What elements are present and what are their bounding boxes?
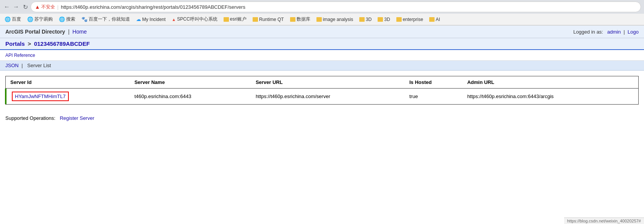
bookmark-suning[interactable]: 🌐 苏宁易购 <box>26 15 54 23</box>
back-button[interactable]: ← <box>3 3 11 11</box>
bookmark-label: 百度一下，你就知道 <box>89 16 130 23</box>
browser-chrome: ← → ↻ ▲ 不安全 | https://t460p.esrichina.co… <box>0 0 644 26</box>
server-list-label: Server List <box>27 63 51 68</box>
admin-url-cell: https://t460p.esrichina.com:6443/arcgis <box>462 89 638 105</box>
bookmark-label: 3D <box>366 17 371 22</box>
bookmark-label: Runtime QT <box>259 17 284 22</box>
folder-icon <box>253 17 258 22</box>
folder-icon <box>316 17 322 22</box>
logged-in-label: Logged in as: <box>573 29 603 35</box>
portals-link[interactable]: Portals <box>5 40 25 47</box>
url-separator: | <box>57 4 58 10</box>
bookmark-label: image analysis <box>323 17 353 22</box>
json-link[interactable]: JSON <box>5 63 19 68</box>
globe-icon: 🌐 <box>59 16 65 22</box>
breadcrumb: Portals > 0123456789ABCDEF <box>0 38 644 50</box>
row-indicator <box>5 89 6 104</box>
bookmark-enterprise[interactable]: enterprise <box>395 16 425 23</box>
table-body: HYamJwNFTMHimTL7 t460p.esrichina.com:644… <box>6 89 639 105</box>
reload-button[interactable]: ↻ <box>21 3 29 11</box>
forward-button[interactable]: → <box>12 3 20 11</box>
col-is-hosted: Is Hosted <box>405 76 462 89</box>
table-area: Server Id Server Name Server URL Is Host… <box>0 71 644 110</box>
table-row: HYamJwNFTMHimTL7 t460p.esrichina.com:644… <box>6 89 639 105</box>
col-server-name: Server Name <box>130 76 251 89</box>
page-header-right: Logged in as: admin | Logo <box>573 29 639 35</box>
folder-icon <box>359 17 365 22</box>
col-server-id: Server Id <box>6 76 130 89</box>
bookmark-ai[interactable]: AI <box>428 16 441 23</box>
bookmark-3d[interactable]: 3D <box>376 16 391 23</box>
bookmark-search[interactable]: 🌐 搜索 <box>57 15 77 23</box>
paw-icon: 🐾 <box>81 16 88 22</box>
page-content: ArcGIS Portal Directory | Home Logged in… <box>0 26 644 126</box>
address-url: https://t460p.esrichina.com/arcgis/shari… <box>61 4 637 10</box>
portal-id-link[interactable]: 0123456789ABCDEF <box>34 40 90 47</box>
server-id-link[interactable]: HYamJwNFTMHimTL7 <box>12 92 69 101</box>
bookmark-label: SPCC呼叫中心系统 <box>177 16 217 23</box>
bookmark-baidu-iknow[interactable]: 🐾 百度一下，你就知道 <box>80 15 131 23</box>
bookmark-label: My Incident <box>142 17 165 22</box>
format-bar: JSON | Server List <box>0 61 644 71</box>
bookmark-myincident[interactable]: ☁ My Incident <box>135 16 167 23</box>
col-admin-url: Admin URL <box>462 76 638 89</box>
api-reference-link[interactable]: API Reference <box>5 53 35 58</box>
bookmark-database[interactable]: 数据库 <box>289 15 312 23</box>
triangle-icon: ▲ <box>172 17 176 22</box>
warning-icon: ▲ <box>35 4 40 10</box>
page-header-left: ArcGIS Portal Directory | Home <box>5 29 87 35</box>
bookmark-label: esri账户 <box>230 16 247 23</box>
bookmark-baidu[interactable]: 🌐 百度 <box>3 15 23 23</box>
bookmark-label: 3D <box>384 17 390 22</box>
breadcrumb-separator: > <box>28 40 31 47</box>
server-name-cell: t460p.esrichina.com:6443 <box>130 89 251 105</box>
col-server-url: Server URL <box>251 76 405 89</box>
bookmark-label: 搜索 <box>66 16 75 23</box>
bookmark-label: enterprise <box>403 17 423 22</box>
is-hosted-cell: true <box>405 89 462 105</box>
url-text: https://t460p.esrichina.com/arcgis/shari… <box>61 4 245 10</box>
register-server-link[interactable]: Register Server <box>60 115 94 121</box>
supported-operations: Supported Operations: Register Server <box>0 110 644 126</box>
supported-ops-label: Supported Operations: <box>5 115 55 121</box>
bookmarks-bar: 🌐 百度 🌐 苏宁易购 🌐 搜索 🐾 百度一下，你就知道 ☁ My Incide… <box>0 14 644 25</box>
security-warning: ▲ 不安全 <box>35 4 55 10</box>
folder-icon <box>396 17 402 22</box>
logout-link[interactable]: Logo <box>628 29 639 35</box>
globe-icon: 🌐 <box>27 16 33 22</box>
folder-icon <box>378 17 383 22</box>
server-id-cell: HYamJwNFTMHimTL7 <box>6 89 130 105</box>
page-title: ArcGIS Portal Directory <box>5 29 65 35</box>
format-separator: | <box>21 63 23 68</box>
bookmark-label: 百度 <box>12 16 21 23</box>
globe-icon: 🌐 <box>5 16 11 22</box>
table-header-row: Server Id Server Name Server URL Is Host… <box>6 76 639 89</box>
bookmark-esri-account[interactable]: esri账户 <box>222 15 248 23</box>
home-link[interactable]: Home <box>73 29 87 35</box>
table-header: Server Id Server Name Server URL Is Host… <box>6 76 639 89</box>
bookmark-runtime-qt[interactable]: Runtime QT <box>251 16 286 23</box>
server-url-cell: https://t460p.esrichina.com/server <box>251 89 405 105</box>
bookmark-label: AI <box>436 17 440 22</box>
warning-text: 不安全 <box>41 4 55 10</box>
folder-icon <box>290 17 295 22</box>
folder-icon <box>429 17 435 22</box>
bookmark-spcc[interactable]: ▲ SPCC呼叫中心系统 <box>170 15 219 23</box>
server-table: Server Id Server Name Server URL Is Host… <box>5 76 639 105</box>
address-bar[interactable]: ▲ 不安全 | https://t460p.esrichina.com/arcg… <box>31 2 641 12</box>
bookmark-label: 苏宁易购 <box>34 16 53 23</box>
bookmark-image-analysis[interactable]: image analysis <box>315 16 355 23</box>
folder-icon <box>224 17 229 22</box>
api-reference-bar: API Reference <box>0 50 644 61</box>
cloud-icon: ☁ <box>136 16 141 22</box>
bookmark-label: 数据库 <box>297 16 310 23</box>
logged-in-user-link[interactable]: admin <box>607 29 621 35</box>
browser-titlebar: ← → ↻ ▲ 不安全 | https://t460p.esrichina.co… <box>0 0 644 14</box>
page-header: ArcGIS Portal Directory | Home Logged in… <box>0 26 644 38</box>
bookmark-schematics[interactable]: 3D <box>358 16 373 23</box>
